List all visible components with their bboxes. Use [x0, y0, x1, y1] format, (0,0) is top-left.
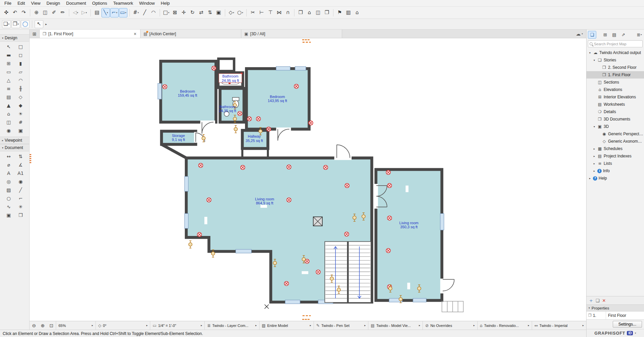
door[interactable]	[337, 145, 350, 158]
project-map-icon[interactable]: ❏	[588, 31, 596, 39]
previous-marker-icon[interactable]: ◁▾	[71, 8, 80, 17]
dimension-tool-icon[interactable]: ↔	[3, 152, 15, 160]
socket-symbol[interactable]	[256, 117, 260, 121]
morph-tool-icon[interactable]: ◆	[15, 101, 27, 109]
floor-plan-canvas[interactable]: Bedroom159,45 sq ftBathroom24,95 sq ftBa…	[30, 38, 586, 321]
toolbox-section-viewpoint[interactable]: ▸Viewpoint	[0, 137, 29, 144]
window[interactable]	[276, 66, 290, 70]
tree-item-details[interactable]: ❍Details	[587, 108, 644, 115]
menu-help[interactable]: Help	[158, 0, 173, 6]
adjust-icon[interactable]: ⊢	[257, 8, 266, 17]
marquee-thin-icon[interactable]: ◯	[21, 20, 30, 28]
entry-door[interactable]	[443, 279, 454, 291]
menu-file[interactable]: File	[1, 0, 14, 6]
tree-item-3d-documents[interactable]: ❒3D Documents	[587, 115, 644, 123]
search-project-map[interactable]	[588, 40, 643, 47]
diagonal-wall[interactable]	[162, 144, 187, 158]
toolbox-drag-handle[interactable]	[30, 154, 31, 163]
menu-design[interactable]: Design	[43, 0, 63, 6]
zoom-in-icon[interactable]: ⊕	[38, 321, 47, 330]
inject-parameters-icon[interactable]: ✏	[58, 8, 67, 17]
fillet-icon[interactable]: ∩	[284, 8, 292, 17]
opening-tool-icon[interactable]: ◫	[3, 118, 15, 126]
circle-method-icon[interactable]: ○▾	[236, 8, 244, 17]
pen-set-control[interactable]: ✎Twindo - Pen Set▸	[314, 321, 368, 330]
navigator-menu-icon[interactable]: ≣▸	[636, 32, 643, 37]
delete-item-button[interactable]: ✕	[602, 298, 606, 303]
tree-item-project-indexes[interactable]: ▸▤Project Indexes	[587, 152, 644, 160]
geometry-method-icon[interactable]: ╲▾	[102, 8, 110, 17]
construction-method-icon[interactable]: ▭▾	[119, 8, 127, 17]
layout-book-icon[interactable]: ▤	[610, 31, 618, 39]
tree-item-sections[interactable]: ◫Sections	[587, 79, 644, 86]
split-icon[interactable]: ✂	[249, 8, 257, 17]
snap-grid-icon[interactable]: #▾	[132, 8, 140, 17]
zoom-level-control[interactable]: 65%▸	[56, 321, 95, 330]
markup-icon[interactable]: ⚑	[335, 8, 344, 17]
window[interactable]	[158, 84, 161, 99]
socket-symbol[interactable]	[238, 111, 242, 116]
zoom-out-icon[interactable]: ⊖	[30, 321, 38, 330]
socket-symbol[interactable]	[197, 232, 202, 237]
tree-item-twindo-archicad-output[interactable]: ▾☁Twindo Archicad output	[587, 49, 644, 56]
socket-symbol[interactable]	[247, 117, 251, 121]
select-tool-icon[interactable]: ↖	[3, 42, 15, 51]
socket-symbol[interactable]	[287, 198, 291, 202]
polyline-tool-icon[interactable]: ⌐	[15, 194, 27, 202]
window[interactable]	[295, 66, 306, 70]
next-marker-icon[interactable]: ▷▾	[80, 8, 88, 17]
solid-operations-icon[interactable]: ⌂	[305, 8, 314, 17]
socket-symbol[interactable]	[323, 165, 328, 170]
edit-selection-icon[interactable]: ❒	[296, 8, 305, 17]
tab-1-first-floor[interactable]: ❐[1. First Floor]×	[40, 30, 140, 38]
camera-tool-tool-icon[interactable]: ◉	[15, 177, 27, 186]
socket-symbol[interactable]	[287, 165, 291, 169]
socket-symbol[interactable]	[316, 270, 320, 274]
graphic-override-control[interactable]: ⊘No Overrides▸	[422, 321, 477, 330]
settings-button[interactable]: Settings...	[613, 321, 642, 328]
partial-structure-control[interactable]: ▨Entire Model▸	[259, 321, 314, 330]
socket-symbol[interactable]	[388, 216, 392, 220]
stair-tool-icon[interactable]: ≡	[3, 84, 15, 93]
layer-combination-control[interactable]: ≣Twindo - Layer Com...▸	[204, 321, 259, 330]
mesh-tool-icon[interactable]: ▲	[3, 101, 15, 109]
label-tool-icon[interactable]: A1	[15, 169, 27, 177]
tree-chevron-icon[interactable]: ▸	[588, 177, 592, 180]
properties-header[interactable]: ▾ Properties	[587, 304, 644, 311]
socket-symbol[interactable]	[207, 198, 211, 202]
virtual-trace-icon[interactable]: ◫	[41, 8, 49, 17]
beam-tool-icon[interactable]: ▭	[3, 67, 15, 76]
menu-window[interactable]: Window	[136, 0, 158, 6]
tree-item-info[interactable]: ▸iInfo	[587, 167, 644, 175]
cursor-dropdown-caret-icon[interactable]: ▸	[44, 22, 48, 26]
new-folder-button[interactable]: ❏	[596, 298, 600, 303]
fit-in-window-icon[interactable]: ⊡	[47, 321, 56, 330]
polygon-method-icon[interactable]: ◇▾	[227, 8, 236, 17]
working-units-control[interactable]: ↔Twindo - Imperial▸	[532, 321, 586, 330]
socket-symbol[interactable]	[267, 127, 271, 131]
column-tool-icon[interactable]: ▮	[15, 59, 27, 67]
marquee-tool-icon[interactable]: □	[15, 42, 27, 51]
socket-symbol[interactable]	[345, 183, 349, 188]
scale-control[interactable]: ▭1/4" = 1'-0"▸	[150, 321, 204, 330]
tree-chevron-icon[interactable]: ▾	[593, 125, 596, 128]
socket-symbol[interactable]	[345, 232, 349, 236]
favorites-icon[interactable]: ⌂	[353, 8, 361, 17]
tree-item-worksheets[interactable]: ▤Worksheets	[587, 101, 644, 108]
socket-symbol[interactable]	[241, 165, 245, 170]
quick-layout-icon[interactable]: ⊞	[30, 30, 40, 38]
fill-tool-icon[interactable]: ▨	[3, 186, 15, 194]
revision-icon[interactable]: ▥	[344, 8, 353, 17]
wall-tool-icon[interactable]: ▬	[3, 51, 15, 59]
socket-symbol[interactable]	[284, 281, 289, 286]
tab-3d-all[interactable]: ▣[3D / All]	[241, 30, 342, 38]
renovation-filter-control[interactable]: ⌂Twindo - Renovatio...▸	[477, 321, 532, 330]
move-icon[interactable]: ✛	[179, 8, 188, 17]
pan-icon[interactable]: ✜	[2, 8, 10, 17]
trace-reference-icon[interactable]: ▤	[93, 8, 101, 17]
window[interactable]	[185, 177, 188, 191]
railing-tool-icon[interactable]: ╫	[15, 84, 27, 93]
socket-symbol[interactable]	[386, 170, 391, 175]
line-tool-icon[interactable]: ╱	[15, 186, 27, 194]
window[interactable]	[285, 300, 300, 304]
